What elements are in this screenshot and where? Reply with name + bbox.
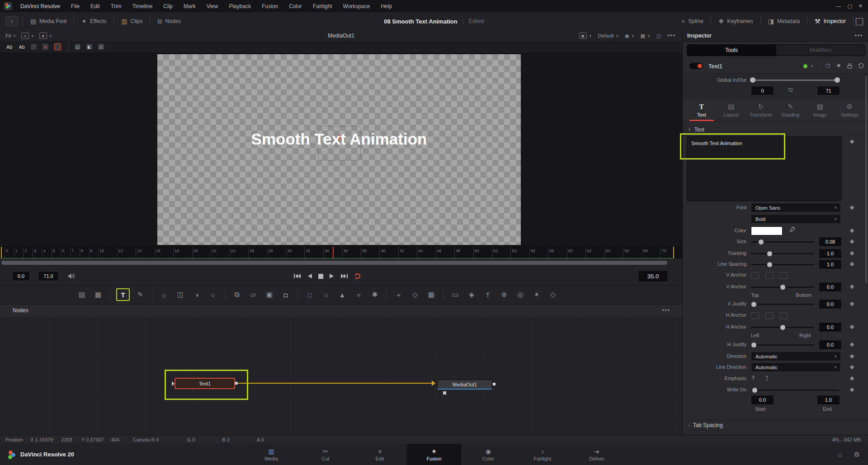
color-keyframe-button[interactable] [850, 229, 854, 233]
v-anchor-top-icon[interactable] [751, 272, 759, 279]
channel-dropdown[interactable]: ▦∨ [641, 33, 650, 39]
v-anchor-keyframe-button[interactable] [850, 285, 854, 289]
node-output-icon[interactable] [235, 382, 238, 385]
roi-dropdown[interactable]: ▣∨ [579, 33, 592, 39]
line-direction-keyframe-button[interactable] [850, 365, 854, 370]
node-color-indicator[interactable] [803, 64, 807, 68]
h-anchor-left-icon[interactable] [751, 312, 759, 319]
inspector-tab-shading[interactable]: ✎Shading [776, 99, 806, 121]
metadata-button[interactable]: ◨ Metadata [761, 12, 807, 30]
menu-item-fairlight[interactable]: Fairlight [307, 3, 338, 9]
tracker-tool-icon[interactable]: + [393, 289, 405, 300]
media-pool-button[interactable]: ▤ Media Pool [23, 12, 74, 30]
font-weight-dropdown[interactable]: Bold ∨ [751, 214, 841, 224]
minimize-button[interactable]: — [836, 3, 841, 9]
page-tab-color[interactable]: ◉Color [461, 444, 515, 465]
menu-item-color[interactable]: Color [283, 3, 307, 9]
swatch-red-a-icon[interactable]: a [42, 44, 48, 50]
render-in-marker[interactable] [1, 247, 2, 259]
eyedropper-icon[interactable] [789, 226, 795, 232]
inspector-scrollbar[interactable] [865, 75, 867, 283]
view-mode-dropdown[interactable]: ■∨ [39, 33, 52, 39]
h-anchor-field[interactable]: 0.0 [819, 322, 842, 332]
tab-tools[interactable]: Tools [687, 45, 776, 56]
tracking-keyframe-button[interactable] [850, 251, 854, 256]
project-manager-home-icon[interactable]: ⌂ [838, 451, 842, 459]
text-plus-tool-icon[interactable]: T [116, 288, 130, 301]
node-input-icon[interactable] [172, 381, 175, 386]
global-in-field[interactable]: 0 [751, 86, 774, 95]
v-anchor-slider[interactable] [751, 287, 814, 288]
menu-item-fusion[interactable]: Fusion [256, 3, 283, 9]
render-out-marker[interactable] [673, 247, 674, 259]
buffer-a-dropdown[interactable]: A∨ [21, 33, 34, 39]
menu-item-edit[interactable]: Edit [85, 3, 105, 9]
interface-toggle-button[interactable]: ∨ [5, 16, 18, 26]
planar-tracker-tool-icon[interactable]: ◇ [409, 289, 421, 300]
crop-tool-icon[interactable]: ◧ [86, 44, 92, 50]
tab-modifiers[interactable]: Modifiers [776, 45, 865, 56]
spot-light-3d-tool-icon[interactable]: ✶ [531, 289, 542, 300]
global-in-handle[interactable] [750, 77, 755, 83]
v-anchor-middle-icon[interactable] [765, 272, 774, 279]
copy-settings-icon[interactable]: ❐ [826, 63, 830, 69]
text-3d-tool-icon[interactable]: T [482, 289, 494, 300]
underline-icon[interactable]: T [765, 375, 769, 381]
global-in-out-slider[interactable] [751, 80, 839, 81]
project-settings-gear-icon[interactable]: ⚙ [854, 451, 860, 459]
write-on-keyframe-button[interactable] [850, 388, 854, 392]
tracking-slider[interactable] [751, 253, 814, 254]
v-justify-keyframe-button[interactable] [850, 302, 854, 306]
inspector-tab-transform[interactable]: ↻Transform [746, 99, 776, 121]
brightness-contrast-tool-icon[interactable]: ◑ [191, 289, 203, 300]
page-tab-media[interactable]: ▥Media [244, 444, 298, 465]
pin-icon[interactable] [836, 63, 841, 69]
render-3d-tool-icon[interactable]: ◇ [547, 289, 559, 300]
h-justify-slider[interactable] [751, 344, 814, 346]
bspline-mask-tool-icon[interactable]: ≈ [353, 289, 364, 300]
viewer-options-button[interactable]: ••• [667, 33, 676, 39]
rectangle-mask-tool-icon[interactable]: □ [304, 289, 316, 300]
timeline-ruler[interactable]: 0123456789101214161820222426283032343638… [0, 246, 682, 259]
inspector-tab-text[interactable]: TText [687, 99, 717, 121]
direction-keyframe-button[interactable] [850, 354, 854, 359]
nodes-options-button[interactable]: ••• [662, 307, 670, 314]
text-baseline-icon[interactable]: Ab [19, 44, 24, 50]
rendered-title-text[interactable]: Smooth Text Animation [157, 130, 521, 148]
effects-button[interactable]: ✦ Effects [74, 12, 113, 30]
color-curves-tool-icon[interactable]: ◫ [175, 289, 186, 300]
emphasis-keyframe-button[interactable] [850, 376, 854, 381]
page-tab-edit[interactable]: ≡Edit [353, 444, 407, 465]
inspector-tab-settings[interactable]: ⚙Settings [835, 99, 865, 121]
page-tab-fairlight[interactable]: ♪Fairlight [515, 444, 570, 465]
size-keyframe-button[interactable] [850, 240, 854, 244]
line-direction-dropdown[interactable]: Automatic ∨ [751, 362, 841, 372]
play-reverse-button[interactable] [307, 273, 312, 279]
node-enable-toggle[interactable] [689, 63, 703, 69]
text1-node[interactable]: Text1 [175, 378, 235, 389]
nodes-button[interactable]: ⧉ Nodes [150, 12, 188, 30]
go-to-end-button[interactable] [341, 273, 348, 279]
inspector-tab-layout[interactable]: ▤Layout [717, 99, 746, 121]
split-view-icon[interactable]: ◫ [656, 33, 661, 39]
page-tab-deliver[interactable]: ➔Deliver [570, 444, 624, 465]
page-tab-cut[interactable]: ✂Cut [298, 444, 353, 465]
color-swatch[interactable] [751, 226, 783, 235]
menu-app-name[interactable]: DaVinci Resolve [15, 3, 66, 9]
image-plane-3d-tool-icon[interactable]: ▭ [449, 289, 461, 300]
line-spacing-slider[interactable] [751, 264, 814, 265]
menu-item-file[interactable]: File [66, 3, 85, 9]
camera-3d-tool-icon[interactable]: ◎ [514, 289, 526, 300]
page-tab-fusion[interactable]: ✶Fusion [407, 444, 461, 465]
v-justify-slider[interactable] [751, 304, 814, 305]
v-anchor-bottom-icon[interactable] [780, 272, 788, 279]
multi-merge-tool-icon[interactable]: ▣ [264, 289, 275, 300]
current-frame-field[interactable]: 35.0 [638, 270, 668, 282]
color-corrector-tool-icon[interactable]: ☼ [158, 289, 170, 300]
keyframes-button[interactable]: ❖ Keyframes [711, 12, 760, 30]
text-section-header[interactable]: ∨ Text [683, 125, 868, 134]
node-aux-connector[interactable] [443, 391, 446, 395]
playhead[interactable] [333, 247, 334, 259]
h-anchor-center-icon[interactable] [765, 312, 774, 319]
line-spacing-keyframe-button[interactable] [850, 262, 854, 267]
